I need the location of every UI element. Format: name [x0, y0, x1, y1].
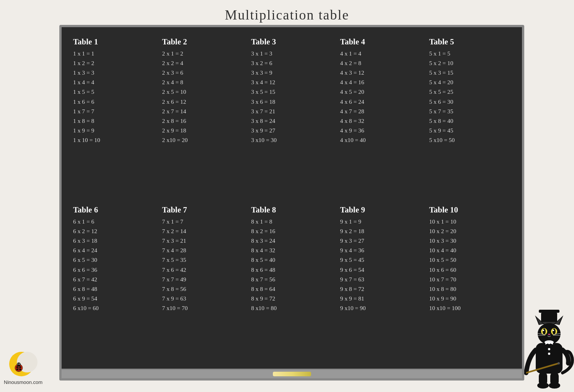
table-7: Table 7 7 x 1 = 7 7 x 2 = 14 7 x 3 = 21 …	[158, 194, 248, 353]
table-2-row-7: 2 x 8 = 16	[162, 116, 245, 126]
table-6-row-1: 6 x 2 = 12	[73, 226, 156, 236]
table-4-row-3: 4 x 4 = 16	[340, 77, 423, 87]
table-3-row-6: 3 x 7 = 21	[251, 106, 334, 116]
table-3-row-4: 3 x 5 = 15	[251, 87, 334, 96]
table-7-row-9: 7 x10 = 70	[162, 303, 245, 313]
table-8-row-7: 8 x 8 = 64	[251, 284, 334, 294]
table-8-row-6: 8 x 7 = 56	[251, 274, 334, 284]
table-9-row-2: 9 x 3 = 27	[340, 236, 423, 245]
table-2-row-5: 2 x 6 = 12	[162, 97, 245, 106]
table-2-row-3: 2 x 4 = 8	[162, 77, 245, 87]
table-10-row-2: 10 x 3 = 30	[429, 236, 512, 245]
table-1-row-1: 1 x 2 = 2	[73, 58, 156, 68]
table-4-row-0: 4 x 1 = 4	[340, 49, 423, 58]
svg-point-12	[18, 367, 20, 369]
table-1-row-8: 1 x 9 = 9	[73, 126, 156, 135]
table-4-row-7: 4 x 8 = 32	[340, 116, 423, 126]
table-4-row-2: 4 x 3 = 12	[340, 68, 423, 77]
table-6-row-8: 6 x 9 = 54	[73, 294, 156, 303]
cat-figure	[524, 308, 570, 384]
table-7-row-3: 7 x 4 = 28	[162, 245, 245, 255]
table-10: Table 10 10 x 1 = 10 10 x 2 = 20 10 x 3 …	[425, 194, 514, 353]
table-4-row-1: 4 x 2 = 8	[340, 58, 423, 68]
table-4: Table 4 4 x 1 = 4 4 x 2 = 8 4 x 3 = 12 4…	[336, 34, 426, 194]
chalk-tray	[59, 370, 524, 381]
table-9-title: Table 9	[340, 205, 423, 215]
table-7-row-6: 7 x 7 = 49	[162, 274, 245, 284]
svg-point-10	[17, 364, 18, 364]
table-2-row-1: 2 x 2 = 4	[162, 58, 245, 68]
svg-point-26	[553, 330, 554, 331]
table-3-title: Table 3	[251, 37, 334, 47]
table-7-row-8: 7 x 9 = 63	[162, 294, 245, 303]
table-2-title: Table 2	[162, 37, 245, 47]
board-content: Table 1 1 x 1 = 1 1 x 2 = 2 1 x 3 = 3 1 …	[69, 34, 514, 353]
table-4-row-8: 4 x 9 = 36	[340, 126, 423, 135]
table-6-row-4: 6 x 5 = 30	[73, 255, 156, 265]
table-6-row-3: 6 x 4 = 24	[73, 245, 156, 255]
table-1-row-9: 1 x 10 = 10	[73, 135, 156, 145]
table-9-row-1: 9 x 2 = 18	[340, 226, 423, 236]
table-9: Table 9 9 x 1 = 9 9 x 2 = 18 9 x 3 = 27 …	[336, 194, 426, 353]
table-1-row-6: 1 x 7 = 7	[73, 106, 156, 116]
table-1-row-0: 1 x 1 = 1	[73, 49, 156, 58]
table-9-row-0: 9 x 1 = 9	[340, 217, 423, 226]
table-3-row-8: 3 x 9 = 27	[251, 126, 334, 135]
table-3-row-5: 3 x 6 = 18	[251, 97, 334, 106]
table-5-row-3: 5 x 4 = 20	[429, 77, 512, 87]
table-3-row-1: 3 x 2 = 6	[251, 58, 334, 68]
blackboard: Table 1 1 x 1 = 1 1 x 2 = 2 1 x 3 = 3 1 …	[59, 25, 524, 371]
svg-point-37	[548, 348, 550, 350]
table-5-row-8: 5 x 9 = 45	[429, 126, 512, 135]
svg-point-23	[543, 328, 546, 335]
table-6-row-6: 6 x 7 = 42	[73, 274, 156, 284]
table-10-row-1: 10 x 2 = 20	[429, 226, 512, 236]
table-1-row-2: 1 x 3 = 3	[73, 68, 156, 77]
page-title: Multiplication table	[0, 0, 574, 23]
table-4-row-4: 4 x 5 = 20	[340, 87, 423, 96]
svg-rect-13	[539, 310, 559, 313]
table-3-row-7: 3 x 8 = 24	[251, 116, 334, 126]
table-10-row-9: 10 x10 = 100	[429, 303, 512, 313]
table-6-row-0: 6 x 1 = 6	[73, 217, 156, 226]
table-5-row-6: 5 x 7 = 35	[429, 106, 512, 116]
table-10-title: Table 10	[429, 205, 512, 215]
table-1-row-7: 1 x 8 = 8	[73, 116, 156, 126]
table-10-row-5: 10 x 6 = 60	[429, 265, 512, 274]
moon-logo	[8, 348, 39, 379]
table-5-row-0: 5 x 1 = 5	[429, 49, 512, 58]
table-7-row-4: 7 x 5 = 35	[162, 255, 245, 265]
table-3-row-3: 3 x 4 = 12	[251, 77, 334, 87]
svg-point-9	[17, 363, 21, 366]
svg-point-43	[537, 382, 549, 389]
table-8-row-0: 8 x 1 = 8	[251, 217, 334, 226]
table-2-row-4: 2 x 5 = 10	[162, 87, 245, 96]
table-8: Table 8 8 x 1 = 8 8 x 2 = 16 8 x 3 = 24 …	[247, 194, 336, 353]
table-3-row-0: 3 x 1 = 3	[251, 49, 334, 58]
table-7-row-1: 7 x 2 = 14	[162, 226, 245, 236]
table-5-row-7: 5 x 8 = 40	[429, 116, 512, 126]
table-9-row-6: 9 x 7 = 63	[340, 274, 423, 284]
table-8-row-3: 8 x 4 = 32	[251, 245, 334, 255]
table-2-row-8: 2 x 9 = 18	[162, 126, 245, 135]
table-6-row-2: 6 x 3 = 18	[73, 236, 156, 245]
table-8-row-8: 8 x 9 = 72	[251, 294, 334, 303]
table-7-row-0: 7 x 1 = 7	[162, 217, 245, 226]
table-5-row-9: 5 x10 = 50	[429, 135, 512, 145]
table-5-row-1: 5 x 2 = 10	[429, 58, 512, 68]
table-7-row-5: 7 x 6 = 42	[162, 265, 245, 274]
svg-point-44	[549, 382, 560, 389]
chalk-piece	[273, 372, 311, 376]
table-8-title: Table 8	[251, 205, 334, 215]
table-1: Table 1 1 x 1 = 1 1 x 2 = 2 1 x 3 = 3 1 …	[69, 34, 158, 194]
table-9-row-4: 9 x 5 = 45	[340, 255, 423, 265]
table-1-row-5: 1 x 6 = 6	[73, 97, 156, 106]
table-7-row-7: 7 x 8 = 56	[162, 284, 245, 294]
svg-point-38	[548, 353, 550, 355]
table-4-row-5: 4 x 6 = 24	[340, 97, 423, 106]
table-10-row-4: 10 x 5 = 50	[429, 255, 512, 265]
table-2-row-2: 2 x 3 = 6	[162, 68, 245, 77]
table-10-row-8: 10 x 9 = 90	[429, 294, 512, 303]
table-5-row-5: 5 x 6 = 30	[429, 97, 512, 106]
table-7-row-2: 7 x 3 = 21	[162, 236, 245, 245]
